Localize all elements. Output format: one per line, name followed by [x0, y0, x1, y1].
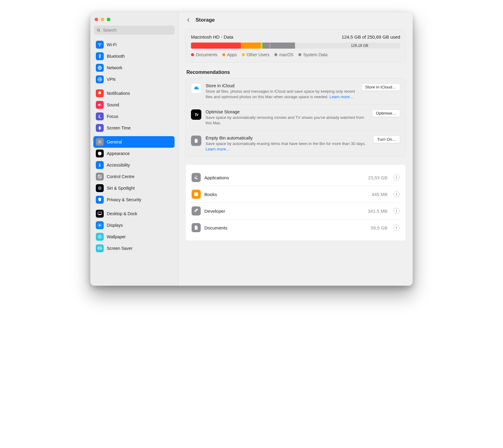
- recommendation-description: Save space by automatically erasing item…: [206, 141, 369, 152]
- recommendations-heading: Recommendations: [186, 70, 405, 75]
- sidebar-item-notifications[interactable]: Notifications: [93, 88, 175, 99]
- recommendation-action-button[interactable]: Turn On…: [373, 136, 400, 143]
- wallpaper-icon: [96, 233, 104, 241]
- svg-rect-5: [99, 126, 100, 130]
- svg-point-15: [99, 224, 100, 226]
- apps-icon: [192, 173, 201, 182]
- category-size: 23,53 GB: [368, 175, 387, 180]
- category-name: Books: [204, 192, 368, 197]
- category-name: Developer: [204, 208, 364, 214]
- sidebar-group: Desktop & DockDisplaysWallpaperScreen Sa…: [93, 208, 175, 254]
- window-controls: [93, 16, 175, 26]
- zoom-window-button[interactable]: [107, 18, 110, 21]
- storage-segment: [191, 43, 241, 49]
- accessibility-icon: [96, 161, 104, 169]
- recommendation-description: Store all files, photos and messages in …: [206, 89, 357, 99]
- network-icon: [96, 64, 104, 72]
- category-row[interactable]: Developer341,5 MBi: [191, 203, 400, 219]
- content-scroll[interactable]: Macintosh HD - Data 124,5 GB of 250,69 G…: [179, 26, 413, 286]
- storage-segment: [241, 43, 261, 49]
- legend-item: Apps: [222, 52, 237, 57]
- screensaver-icon: [96, 244, 104, 252]
- back-button[interactable]: [185, 17, 191, 23]
- recommendation-action-button[interactable]: Store in iCloud…: [361, 83, 400, 91]
- category-row[interactable]: Documents59,9 GBi: [191, 219, 400, 236]
- displays-icon: [96, 221, 104, 229]
- sidebar-item-accessibility[interactable]: Accessibility: [93, 159, 175, 171]
- svg-rect-14: [99, 214, 101, 215]
- recommendations-card: Store in iCloudStore all files, photos a…: [185, 78, 406, 157]
- sidebar-item-appearance[interactable]: Appearance: [93, 148, 175, 159]
- sidebar-item-label: VPN: [107, 77, 116, 82]
- sidebar-nav: Wi-FiBluetoothNetworkVPNNotificationsSou…: [93, 38, 175, 286]
- sidebar-item-screen-time[interactable]: Screen Time: [93, 122, 175, 134]
- settings-window: Wi-FiBluetoothNetworkVPNNotificationsSou…: [90, 12, 413, 286]
- sidebar-item-focus[interactable]: Focus: [93, 111, 175, 122]
- sidebar-item-wallpaper[interactable]: Wallpaper: [93, 231, 175, 243]
- sidebar-item-label: Siri & Spotlight: [107, 186, 135, 191]
- legend-item: Other Users: [242, 52, 269, 57]
- sidebar-item-desktop-dock[interactable]: Desktop & Dock: [93, 208, 175, 219]
- controlcentre-icon: [96, 173, 104, 181]
- close-window-button[interactable]: [95, 18, 98, 21]
- sidebar-group: NotificationsSoundFocusScreen Time: [93, 88, 175, 134]
- minimize-window-button[interactable]: [101, 18, 104, 21]
- sidebar-item-vpn[interactable]: VPN: [93, 74, 175, 85]
- bluetooth-icon: [96, 52, 104, 60]
- recommendation-description: Save space by automatically removing mov…: [206, 115, 368, 126]
- sidebar-group: Wi-FiBluetoothNetworkVPN: [93, 39, 175, 85]
- legend-label: Documents: [196, 52, 217, 57]
- category-size: 341,5 MB: [368, 208, 387, 214]
- search-field-wrapper: [94, 26, 175, 35]
- sidebar-item-label: Wi-Fi: [107, 42, 117, 47]
- titlebar: Storage: [179, 12, 413, 26]
- dock-icon: [96, 210, 104, 218]
- categories-card: Applications23,53 GBiBooks445 MBiDevelop…: [185, 164, 406, 241]
- svg-point-11: [100, 177, 101, 178]
- sidebar-item-displays[interactable]: Displays: [93, 219, 175, 231]
- privacy-icon: [96, 196, 104, 204]
- siri-icon: [96, 184, 104, 192]
- storage-summary-card: Macintosh HD - Data 124,5 GB of 250,69 G…: [185, 29, 406, 62]
- general-icon: [96, 138, 104, 146]
- info-button[interactable]: i: [394, 191, 400, 197]
- recommendation-action-button[interactable]: Optimise…: [372, 109, 400, 117]
- info-button[interactable]: i: [394, 208, 400, 214]
- icloud-icon: [191, 83, 201, 94]
- sidebar-item-wi-fi[interactable]: Wi-Fi: [93, 39, 175, 50]
- sidebar-item-siri-spotlight[interactable]: Siri & Spotlight: [93, 182, 175, 194]
- chevron-left-icon: [186, 17, 191, 23]
- info-button[interactable]: i: [394, 174, 400, 181]
- sidebar-item-general[interactable]: General: [93, 136, 175, 148]
- category-name: Documents: [204, 225, 367, 230]
- sidebar-item-screen-saver[interactable]: Screen Saver: [93, 243, 175, 254]
- sidebar-item-label: Control Centre: [107, 174, 134, 179]
- category-row[interactable]: Applications23,53 GBi: [191, 169, 400, 186]
- learn-more-link[interactable]: Learn more…: [330, 95, 354, 99]
- sidebar-item-sound[interactable]: Sound: [93, 99, 175, 111]
- category-row[interactable]: Books445 MBi: [191, 186, 400, 203]
- notifications-icon: [96, 89, 104, 97]
- recommendation-row: Optimise StorageSave space by automatica…: [191, 109, 400, 131]
- sidebar-item-bluetooth[interactable]: Bluetooth: [93, 50, 175, 62]
- sound-icon: [96, 101, 104, 109]
- sidebar-item-label: Privacy & Security: [107, 197, 141, 202]
- search-input[interactable]: [94, 26, 175, 35]
- svg-point-8: [99, 163, 100, 164]
- recommendation-title: Store in iCloud: [206, 83, 357, 88]
- sidebar-item-privacy-security[interactable]: Privacy & Security: [93, 194, 175, 205]
- category-name: Applications: [204, 175, 365, 180]
- legend-dot-icon: [274, 53, 277, 56]
- info-button[interactable]: i: [394, 225, 400, 231]
- books-icon: [192, 190, 201, 199]
- learn-more-link[interactable]: Learn more…: [206, 147, 230, 151]
- sidebar-item-label: Screen Saver: [107, 246, 133, 251]
- documents-icon: [192, 223, 201, 232]
- sidebar-item-control-centre[interactable]: Control Centre: [93, 171, 175, 182]
- sidebar-item-label: Wallpaper: [107, 234, 126, 239]
- recommendation-row: Empty Bin automaticallySave space by aut…: [191, 136, 400, 152]
- legend-item: System Data: [298, 52, 328, 57]
- sidebar-item-network[interactable]: Network: [93, 62, 175, 74]
- legend-label: macOS: [279, 52, 293, 57]
- main-panel: Storage Macintosh HD - Data 124,5 GB of …: [179, 12, 413, 286]
